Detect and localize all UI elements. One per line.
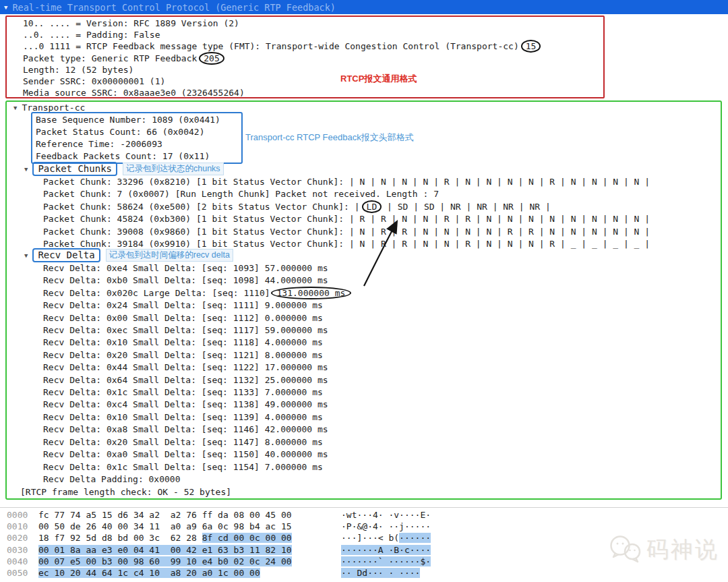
length-line[interactable]: Length: 12 (52 bytes) (23, 64, 603, 76)
packet-chunk-line[interactable]: Packet Chunk: 39008 (0x9860) [1 bit Stat… (7, 226, 721, 238)
collapse-triangle-icon[interactable]: ▼ (4, 4, 7, 11)
recv-delta-row[interactable]: ▼ Recv Delta 记录包到达时间偏移的recv delta (24, 248, 233, 262)
recv-delta-line[interactable]: Recv Delta: 0x10 Small Delta: [seq: 1139… (7, 411, 721, 424)
packet-chunks-row[interactable]: ▼ Packet Chunks 记录包到达状态的chunks (24, 162, 224, 176)
hex-row[interactable]: 0000fc 77 74 a5 15 d6 34 a2 a2 76 ff da … (0, 509, 728, 521)
hex-row[interactable]: 001000 50 de 26 40 00 34 11 a0 a9 6a 0c … (0, 521, 728, 532)
transport-cc-title: Transport-cc (22, 103, 85, 113)
highlight-ellipse-packet-type: 205 (199, 52, 224, 65)
padding-line[interactable]: ..0. .... = Padding: False (23, 29, 603, 40)
packet-type-line[interactable]: Packet type: Generic RTP Feedback205 (23, 53, 603, 64)
packet-chunk-line[interactable]: Packet Chunk: 7 (0x0007) [Run Length Chu… (7, 188, 721, 200)
packet-status-count-line[interactable]: Packet Status Count: 66 (0x0042) (36, 126, 241, 138)
base-seq-line[interactable]: Base Sequence Number: 1089 (0x0441) (36, 114, 241, 126)
recv-delta-line[interactable]: Recv Delta: 0x10 Small Delta: [seq: 1118… (7, 337, 721, 349)
packet-chunks-label: Packet Chunks (32, 162, 117, 176)
highlight-ellipse-ld: LD (362, 200, 382, 213)
recv-delta-line[interactable]: Recv Delta: 0x00 Small Delta: [seq: 1112… (7, 312, 721, 324)
recv-delta-line[interactable]: Recv Delta: 0xa0 Small Delta: [seq: 1150… (7, 448, 721, 461)
collapse-triangle-icon[interactable]: ▼ (24, 166, 28, 173)
recv-delta-line[interactable]: Recv Delta: 0x64 Small Delta: [seq: 1132… (7, 374, 721, 386)
recv-delta-line[interactable]: Recv Delta: 0xec Small Delta: [seq: 1117… (7, 324, 721, 337)
recv-delta-label: Recv Delta (32, 248, 100, 262)
fmt-line[interactable]: ...0 1111 = RTCP Feedback message type (… (23, 40, 603, 52)
recv-delta-line[interactable]: Recv Delta: 0x1c Small Delta: [seq: 1133… (7, 386, 721, 399)
recv-delta-line[interactable]: Recv Delta: 0x1c Small Delta: [seq: 1154… (7, 461, 721, 473)
recv-delta-line[interactable]: Recv Delta: 0x20 Small Delta: [seq: 1121… (7, 349, 721, 361)
protocol-header-row[interactable]: ▼ Real-time Transport Control Protocol (… (0, 0, 728, 14)
watermark-text: 码神说 (646, 535, 719, 565)
collapse-triangle-icon[interactable]: ▼ (24, 252, 28, 259)
protocol-title: Real-time Transport Control Protocol (Ge… (12, 2, 336, 13)
highlight-ellipse-fmt: 15 (521, 40, 541, 53)
highlight-ellipse-large-delta: 131.000000 ms (271, 287, 352, 299)
reference-time-line[interactable]: Reference Time: -2006093 (36, 138, 241, 150)
transport-cc-row[interactable]: ▼ Transport-cc (13, 103, 85, 113)
recv-delta-line[interactable]: Recv Delta: 0x20 Small Delta: [seq: 1147… (7, 436, 721, 448)
packet-chunk-line[interactable]: Packet Chunk: 45824 (0xb300) [1 bit Stat… (7, 213, 721, 225)
watermark: 码神说 (609, 534, 719, 565)
packet-chunks-annotation: 记录包到达状态的chunks (123, 163, 224, 175)
tcc-header-format-annotation: Transport-cc RTCP Feedback报文头部格式 (245, 132, 414, 144)
feedback-packets-count-line[interactable]: Feedback Packets Count: 17 (0x11) (36, 150, 241, 163)
rtcp-common-annotation-box: 10.. .... = Version: RFC 1889 Version (2… (5, 16, 605, 98)
packet-chunk-line[interactable]: Packet Chunk: 33296 (0x8210) [1 bit Stat… (7, 176, 721, 188)
media-ssrc-line[interactable]: Media source SSRC: 0x8aaae3e0 (232645526… (23, 87, 603, 98)
recv-delta-line[interactable]: Recv Delta: 0xc4 Small Delta: [seq: 1138… (7, 399, 721, 411)
transport-cc-annotation-box: ▼ Transport-cc Base Sequence Number: 108… (5, 100, 722, 500)
recv-delta-line[interactable]: Recv Delta: 0xe4 Small Delta: [seq: 1093… (7, 262, 721, 274)
recv-delta-line[interactable]: Recv Delta: 0xb0 Small Delta: [seq: 1098… (7, 274, 721, 287)
recv-delta-line[interactable]: Recv Delta: 0x44 Small Delta: [seq: 1122… (7, 361, 721, 374)
packet-chunk-line[interactable]: Packet Chunk: 58624 (0xe500) [2 bits Sta… (7, 201, 721, 213)
recv-delta-list: Recv Delta: 0xe4 Small Delta: [seq: 1093… (7, 262, 721, 486)
wireshark-packet-detail-screenshot: ▼ Real-time Transport Control Protocol (… (0, 0, 728, 582)
recv-delta-annotation: 记录包到达时间偏移的recv delta (106, 249, 233, 262)
sender-ssrc-line[interactable]: Sender SSRC: 0x00000001 (1) (23, 76, 603, 87)
hex-row[interactable]: 0050ec 10 20 44 64 1c c4 10 a8 20 a0 1c … (0, 567, 728, 579)
collapse-triangle-icon[interactable]: ▼ (13, 105, 17, 111)
tcc-header-fields-box: Base Sequence Number: 1089 (0x0441) Pack… (31, 112, 243, 164)
wechat-watermark-icon (609, 534, 644, 565)
recv-delta-line[interactable]: Recv Delta: 0x24 Small Delta: [seq: 1111… (7, 299, 721, 312)
rtcp-length-check-line[interactable]: [RTCP frame length check: OK - 52 bytes] (20, 487, 231, 497)
recv-delta-line[interactable]: Recv Delta: 0xa8 Small Delta: [seq: 1146… (7, 424, 721, 436)
recv-delta-line[interactable]: Recv Delta: 0x020c Large Delta: [seq: 11… (7, 287, 721, 299)
version-line[interactable]: 10.. .... = Version: RFC 1889 Version (2… (23, 18, 603, 29)
rtcp-common-format-annotation: RTCP报文通用格式 (340, 73, 417, 85)
pane-divider (0, 507, 728, 508)
recv-delta-padding-line[interactable]: Recv Delta Padding: 0x0000 (7, 473, 721, 486)
packet-chunk-list: Packet Chunk: 33296 (0x8210) [1 bit Stat… (7, 176, 721, 250)
